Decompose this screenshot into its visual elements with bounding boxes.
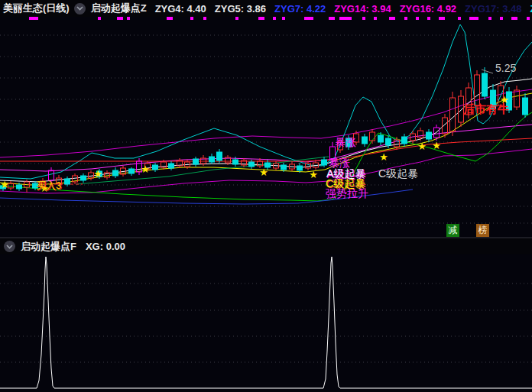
star-marker: ★	[379, 151, 388, 163]
star-marker: ★	[432, 140, 441, 151]
sub-indicator-name[interactable]: 启动起爆点F	[21, 240, 76, 254]
candle-body	[322, 160, 327, 165]
candle-body	[209, 157, 215, 162]
annotation-houshi-youniu: 后市有牛	[463, 103, 509, 115]
indicator-value: ZYG4: 4.40	[155, 3, 206, 15]
candle-body	[113, 170, 118, 176]
stock-chart-app: 美丽生态(日线) 启动起爆点Z ZYG4: 4.40ZYG5: 3.86ZYG7…	[0, 0, 532, 392]
candle-body	[443, 118, 448, 134]
main-indicator-name[interactable]: 启动起爆点Z	[91, 2, 147, 15]
candle-body	[65, 179, 70, 184]
annotation-strong-pull: 强势拉升	[326, 188, 368, 199]
indicator-values: ZYG4: 4.40ZYG5: 3.86ZYG7: 4.22ZYG14: 3.9…	[155, 3, 532, 15]
xg-indicator-line	[0, 257, 532, 388]
indicator-value: ZYG16: 4.92	[400, 3, 456, 15]
candle-body	[427, 132, 432, 139]
candle-body	[129, 169, 135, 173]
candle-body	[402, 137, 407, 144]
candle-body	[418, 131, 423, 138]
indicator-value: ZYG7: 4.22	[274, 3, 326, 15]
candle-body	[17, 185, 22, 189]
candle-body	[386, 138, 391, 145]
candle-body	[482, 73, 488, 96]
indicator-value: ZYG14: 3.94	[334, 3, 391, 15]
sub-indicator-xg-value: XG: 0.00	[86, 241, 125, 252]
candle-body	[297, 166, 303, 170]
badge-jianchi[interactable]: 减	[446, 224, 459, 237]
price-leader-line	[482, 70, 493, 73]
candle-body	[378, 135, 384, 142]
candle-body	[233, 160, 238, 164]
badge-bang[interactable]: 榜	[476, 224, 489, 237]
indicator-value: ZYG17: 3.48	[465, 3, 521, 15]
candle-body	[450, 98, 456, 131]
candle-body	[281, 165, 287, 170]
indicator-value: ZYG5: 3.86	[215, 3, 266, 15]
candle-body	[523, 98, 528, 115]
green-slow-line	[0, 112, 532, 201]
star-marker: ★	[309, 169, 318, 180]
candle-body	[362, 137, 368, 144]
star-marker: ★	[417, 141, 427, 152]
annotation-buy3: 买入3	[36, 180, 61, 190]
chart-canvas[interactable]: ★★★★★★★★★★	[0, 0, 532, 392]
star-marker: ★	[141, 164, 150, 175]
candle-body	[81, 176, 86, 180]
sub-chart-header: 启动起爆点F XG: 0.00	[0, 238, 532, 254]
annotation-c-level-qibao-2: C级起暴	[378, 168, 418, 179]
candle-body	[370, 132, 375, 141]
main-chart-header: 美丽生态(日线) 启动起爆点Z ZYG4: 4.40ZYG5: 3.86ZYG7…	[0, 0, 532, 17]
star-marker: ★	[93, 168, 102, 180]
price-peak-label: 5.25	[495, 63, 516, 73]
candle-body	[169, 164, 174, 168]
star-marker: ★	[259, 167, 268, 178]
candle-body	[249, 162, 255, 167]
candle-body	[193, 159, 199, 164]
candle-body	[217, 152, 222, 160]
red-line-line	[0, 138, 532, 161]
candle-body	[153, 165, 158, 170]
upper-band-line	[0, 89, 532, 157]
stock-title[interactable]: 美丽生态(日线)	[3, 2, 70, 15]
chevron-down-icon[interactable]	[74, 3, 86, 15]
candle-body	[514, 90, 520, 107]
annotation-baozhang: 暴涨	[329, 157, 350, 168]
chevron-down-icon[interactable]	[4, 241, 15, 252]
annotation-baozhang-top: 暴涨	[335, 137, 356, 147]
star-marker: ★	[0, 179, 9, 190]
